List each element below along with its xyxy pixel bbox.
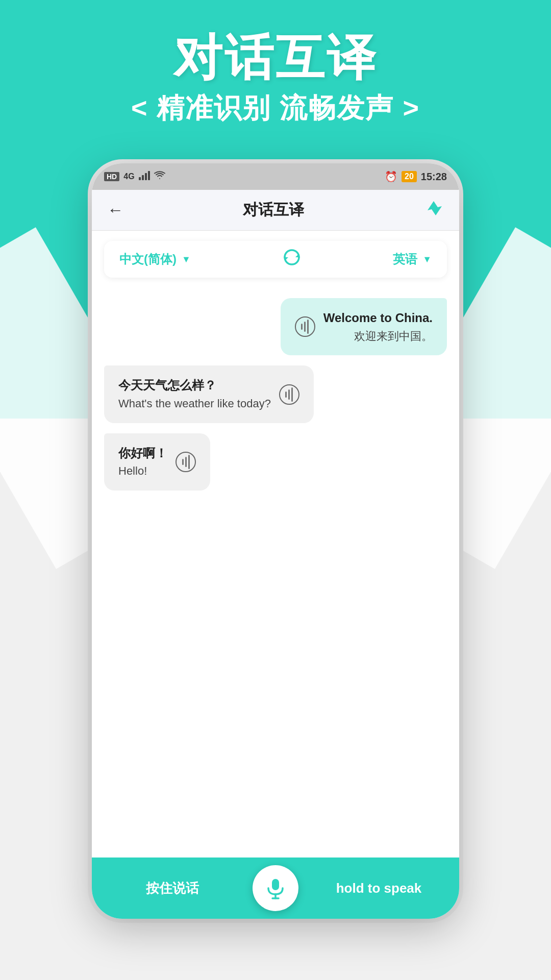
signal-icon xyxy=(139,171,150,183)
status-left: HD 4G xyxy=(104,171,165,183)
status-bar: HD 4G ⏰ 20 15: xyxy=(92,163,459,190)
chat-bubble-left-2: 今天天气怎么样？ What's the weather like today? xyxy=(104,365,314,423)
back-button[interactable]: ← xyxy=(107,201,123,219)
speak-right-button[interactable]: hold to speak xyxy=(298,880,459,896)
phone-mockup: HD 4G ⏰ 20 15: xyxy=(92,163,459,919)
status-right: ⏰ 20 15:28 xyxy=(385,170,447,183)
bottom-bar: 按住说话 hold to speak xyxy=(92,857,459,919)
header-area: 对话互译 < 精准识别 流畅发声 > xyxy=(0,31,551,127)
header-subtitle: < 精准识别 流畅发声 > xyxy=(0,90,551,127)
speak-left-button[interactable]: 按住说话 xyxy=(92,879,253,897)
bubble-line2-1: 欢迎来到中国。 xyxy=(323,329,433,345)
bubble-text-3: 你好啊！ Hello! xyxy=(118,445,167,479)
svg-marker-4 xyxy=(428,201,442,215)
battery-indicator: 20 xyxy=(402,171,417,182)
target-language-arrow: ▼ xyxy=(422,254,432,265)
pin-icon[interactable] xyxy=(423,199,444,222)
mic-icon xyxy=(263,876,288,900)
svg-rect-2 xyxy=(145,173,147,180)
chat-area: Welcome to China. 欢迎来到中国。 今天天气怎么样？ What'… xyxy=(92,288,459,857)
app-title: 对话互译 xyxy=(243,200,304,220)
network-type: 4G xyxy=(123,172,134,181)
bubble-line2-3: Hello! xyxy=(118,463,167,479)
svg-marker-5 xyxy=(295,254,299,257)
bubble-line1-3: 你好啊！ xyxy=(118,445,167,462)
speak-button-3[interactable] xyxy=(176,452,196,472)
source-language[interactable]: 中文(简体) ▼ xyxy=(119,251,191,267)
speak-right-label: hold to speak xyxy=(336,880,422,896)
source-language-label: 中文(简体) xyxy=(119,251,177,267)
svg-rect-3 xyxy=(148,171,150,180)
speak-button-1[interactable] xyxy=(295,316,315,337)
hd-badge: HD xyxy=(104,172,119,181)
svg-rect-0 xyxy=(139,177,141,180)
svg-marker-6 xyxy=(285,257,288,261)
alarm-icon: ⏰ xyxy=(385,170,397,183)
svg-rect-7 xyxy=(272,879,279,890)
wifi-icon xyxy=(154,171,165,183)
speak-left-label: 按住说话 xyxy=(146,879,199,897)
bubble-text-1: Welcome to China. 欢迎来到中国。 xyxy=(323,309,433,344)
svg-rect-1 xyxy=(142,175,144,180)
chat-bubble-right-1: Welcome to China. 欢迎来到中国。 xyxy=(281,298,447,355)
language-selector: 中文(简体) ▼ 英语 ▼ xyxy=(104,241,447,278)
source-language-arrow: ▼ xyxy=(182,254,191,265)
time-display: 15:28 xyxy=(421,171,447,183)
mic-button[interactable] xyxy=(253,865,298,911)
chat-bubble-left-3: 你好啊！ Hello! xyxy=(104,433,210,491)
app-header: ← 对话互译 xyxy=(92,190,459,231)
bubble-line1-1: Welcome to China. xyxy=(323,309,433,327)
target-language[interactable]: 英语 ▼ xyxy=(393,251,432,267)
bubble-line2-2: What's the weather like today? xyxy=(118,396,271,412)
header-title: 对话互译 xyxy=(0,31,551,85)
swap-button[interactable] xyxy=(281,246,303,273)
speak-button-2[interactable] xyxy=(279,384,299,405)
target-language-label: 英语 xyxy=(393,251,417,267)
bubble-line1-2: 今天天气怎么样？ xyxy=(118,377,271,394)
bubble-text-2: 今天天气怎么样？ What's the weather like today? xyxy=(118,377,271,411)
